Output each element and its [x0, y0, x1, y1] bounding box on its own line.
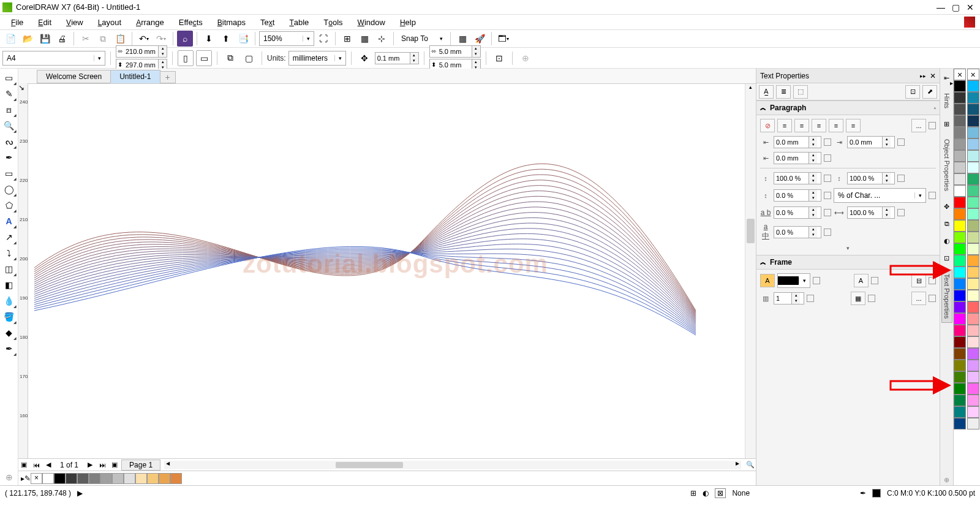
palette-swatch[interactable]: [954, 267, 966, 278]
align-more-icon[interactable]: ...: [911, 119, 926, 132]
palette-swatch[interactable]: [967, 406, 979, 418]
publish-pdf-icon[interactable]: 📑: [235, 31, 251, 47]
all-pages-icon[interactable]: ⧉: [222, 50, 238, 66]
palette-swatch[interactable]: [954, 348, 966, 360]
menu-edit[interactable]: Edit: [32, 17, 58, 28]
palette-swatch[interactable]: [954, 197, 966, 208]
palette-swatch[interactable]: [967, 127, 979, 138]
vtab-hints[interactable]: Hints: [942, 89, 952, 112]
align-center-icon[interactable]: ≡: [794, 119, 809, 132]
paragraph-tab-icon[interactable]: ≣: [776, 85, 791, 99]
palette-swatch[interactable]: [967, 255, 979, 267]
drop-shadow-tool[interactable]: ◫◢: [1, 261, 17, 277]
swatch[interactable]: [147, 473, 159, 484]
tab-welcome[interactable]: Welcome Screen: [37, 70, 111, 83]
indent-right-input[interactable]: ▴▾: [847, 136, 895, 148]
palette-swatch[interactable]: [967, 185, 979, 197]
guidelines-icon[interactable]: ⊹: [374, 31, 390, 47]
line-spacing-input[interactable]: ▴▾: [774, 189, 821, 202]
palette-swatch[interactable]: [967, 371, 979, 383]
close-button[interactable]: ✕: [963, 1, 978, 13]
vtab-text-properties[interactable]: Text Properties: [941, 270, 952, 323]
palette-swatch[interactable]: [967, 138, 979, 150]
palette-swatch[interactable]: [967, 197, 979, 208]
palette-swatch[interactable]: [967, 360, 979, 371]
rectangle-tool[interactable]: ▭◢: [1, 165, 17, 181]
ruler-vertical[interactable]: 240230220210200190180170160: [18, 93, 28, 458]
palette-swatch[interactable]: [967, 325, 979, 336]
frame-outline-a-icon[interactable]: A: [854, 274, 869, 287]
lang-spacing-input[interactable]: ▴▾: [774, 226, 821, 238]
palette-swatch[interactable]: [967, 115, 979, 127]
palette-swatch[interactable]: [954, 104, 966, 115]
palette-swatch[interactable]: [954, 185, 966, 197]
palette-swatch[interactable]: [954, 92, 966, 104]
palette-swatch[interactable]: [954, 173, 966, 185]
palette-swatch[interactable]: [967, 162, 979, 173]
canvas[interactable]: zotutorial.blogspot.com: [28, 84, 745, 458]
swatch[interactable]: [89, 473, 100, 484]
interactive-fill-tool[interactable]: 🪣◢: [1, 309, 17, 325]
maximize-button[interactable]: ▢: [948, 1, 963, 13]
menu-layout[interactable]: Layout: [92, 17, 128, 28]
align-left-icon[interactable]: ≡: [777, 119, 792, 132]
palette-swatch[interactable]: [954, 301, 966, 313]
expand-more-icon[interactable]: ▾: [760, 245, 936, 251]
scrollbar-horizontal[interactable]: ◀ ▶: [164, 461, 741, 469]
interactive-icon[interactable]: ⬈: [922, 85, 937, 99]
units-select[interactable]: millimeters▾: [288, 51, 346, 66]
menu-file[interactable]: File: [5, 17, 29, 28]
fill-none-icon[interactable]: ⊠: [715, 488, 726, 498]
palette-swatch[interactable]: [954, 127, 966, 138]
shape-tool[interactable]: ✎◢: [1, 86, 17, 102]
rulers-icon[interactable]: ⊞: [339, 31, 355, 47]
palette-swatch[interactable]: [967, 92, 979, 104]
menu-effects[interactable]: Effects: [173, 17, 209, 28]
palette-swatch[interactable]: [954, 406, 966, 418]
polygon-tool[interactable]: ⬠◢: [1, 197, 17, 213]
spacing-unit-select[interactable]: % of Char. ...▾: [834, 188, 926, 203]
after-spacing-input[interactable]: ▴▾: [847, 172, 895, 184]
landscape-icon[interactable]: ▭: [196, 50, 212, 66]
panel-collapse-icon[interactable]: ▸▸: [920, 73, 926, 79]
options-icon[interactable]: ▦: [454, 31, 470, 47]
last-page-button[interactable]: ⏭: [97, 461, 108, 469]
palette-swatch[interactable]: [954, 220, 966, 232]
print-icon[interactable]: 🖨: [54, 31, 70, 47]
swatch[interactable]: [54, 473, 66, 484]
status-color-proof-icon[interactable]: ◐: [703, 489, 709, 497]
palette-scroll-up[interactable]: ▸: [950, 80, 953, 86]
outline-swatch[interactable]: [872, 489, 881, 497]
palette-swatch[interactable]: [967, 220, 979, 232]
undo-icon[interactable]: ↶▾: [136, 31, 152, 47]
palette-swatch[interactable]: [954, 115, 966, 127]
ellipse-tool[interactable]: ◯◢: [1, 181, 17, 197]
color-eyedropper-tool[interactable]: 💧◢: [1, 293, 17, 309]
character-tab-icon[interactable]: A̲: [759, 85, 774, 99]
word-spacing-input[interactable]: ▴▾: [847, 206, 895, 219]
swatch[interactable]: [135, 473, 147, 484]
grid-icon[interactable]: ▦: [356, 31, 372, 47]
swatch[interactable]: [170, 473, 182, 484]
minimize-button[interactable]: —: [933, 1, 948, 13]
nudge-input[interactable]: ▴▾: [375, 52, 419, 64]
palette-swatch[interactable]: [954, 162, 966, 173]
first-page-button[interactable]: ⏮: [31, 461, 42, 469]
col-more-icon[interactable]: ...: [911, 292, 926, 305]
palette-swatch[interactable]: [967, 173, 979, 185]
palette-swatch[interactable]: [954, 383, 966, 395]
connector-tool[interactable]: ⤵◢: [1, 245, 17, 261]
add-preset-icon[interactable]: ⊕: [518, 50, 533, 66]
page-tab-1[interactable]: Page 1: [121, 460, 160, 471]
frame-bg-color[interactable]: ▾: [777, 273, 810, 288]
parallel-dimension-tool[interactable]: ↗◢: [1, 229, 17, 245]
export-icon[interactable]: ⬆: [218, 31, 234, 47]
snap-to-select[interactable]: Snap To▾: [398, 31, 447, 46]
cut-icon[interactable]: ✂: [78, 31, 94, 47]
palette-swatch[interactable]: [954, 395, 966, 406]
swatch[interactable]: [159, 473, 170, 484]
palette-swatch[interactable]: [967, 208, 979, 220]
frame-section-header[interactable]: ︽Frame▫: [756, 255, 940, 270]
menu-view[interactable]: View: [60, 17, 89, 28]
page-size-select[interactable]: A4▾: [2, 51, 105, 66]
